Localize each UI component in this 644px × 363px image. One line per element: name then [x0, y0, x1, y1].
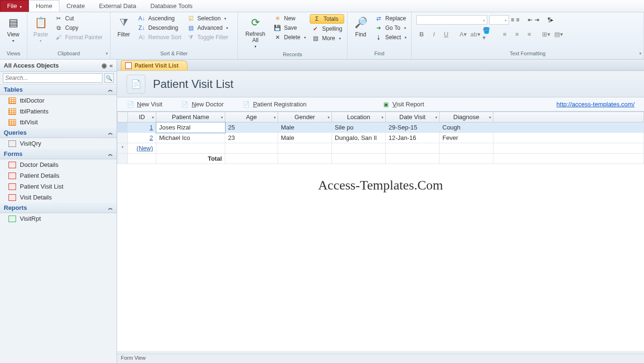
external-data-tab[interactable]: External Data [92, 0, 144, 12]
cell-location[interactable]: Dungalo, San Il [332, 133, 386, 143]
font-size-select[interactable] [489, 15, 509, 25]
col-location[interactable]: Location▾ [332, 112, 386, 122]
descending-button[interactable]: Z↓Descending [136, 24, 183, 32]
col-patient-name[interactable]: Patient Name▾ [156, 112, 225, 122]
nav-group-forms[interactable]: Forms︽ [0, 149, 117, 159]
col-gender[interactable]: Gender▾ [278, 112, 332, 122]
bold-button[interactable]: B [416, 29, 427, 39]
cell-date[interactable]: 12-Jan-16 [386, 133, 440, 143]
new-row[interactable]: * (New) [118, 143, 644, 154]
col-id[interactable]: ID▾ [128, 112, 156, 122]
goto-button[interactable]: ➜Go To [373, 24, 408, 32]
align-right-button[interactable]: ≡ [524, 29, 534, 39]
view-button[interactable]: ▤ View [3, 14, 24, 44]
nav-item-patient-visit-list[interactable]: Patient Visit List [0, 181, 117, 192]
nav-group-tables[interactable]: Tables︽ [0, 85, 117, 95]
cell-date[interactable]: 29-Sep-15 [386, 122, 440, 133]
cell-gender[interactable]: Male [278, 122, 332, 133]
alt-row-color-button[interactable]: ▤▾ [553, 29, 564, 39]
search-go-icon[interactable]: 🔍 [104, 73, 114, 83]
nav-group-queries[interactable]: Queries︽ [0, 128, 117, 138]
chevron-down-icon[interactable]: ▾ [221, 115, 223, 119]
nav-item-patient-details[interactable]: Patient Details [0, 170, 117, 181]
new-visit-button[interactable]: 📄New Visit [127, 101, 162, 108]
cell-gender[interactable]: Male [278, 133, 332, 143]
totals-button[interactable]: ΣTotals [310, 14, 344, 24]
bullets-icon[interactable]: ≡ [511, 17, 514, 23]
row-selector[interactable] [118, 133, 128, 143]
nav-item-visitrpt[interactable]: VisitRpt [0, 213, 117, 224]
find-button[interactable]: 🔎 Find [350, 14, 371, 39]
file-tab[interactable]: File [0, 0, 29, 12]
nav-item-tbldoctor[interactable]: tblDoctor [0, 95, 117, 106]
new-link[interactable]: (New) [128, 143, 156, 154]
increase-indent-icon[interactable]: ⇥ [534, 17, 539, 23]
nav-item-tblpatients[interactable]: tblPatients [0, 106, 117, 117]
cell-location[interactable]: Sile po [332, 122, 386, 133]
row-selector[interactable] [118, 122, 128, 133]
save-button[interactable]: 💾Save [272, 24, 308, 32]
nav-search-input[interactable] [3, 73, 102, 83]
cut-button[interactable]: ✂Cut [53, 14, 104, 23]
refresh-all-button[interactable]: ⟳ Refresh All [241, 14, 270, 50]
nav-group-reports[interactable]: Reports︽ [0, 203, 117, 213]
gridlines-button[interactable]: ⊞▾ [541, 29, 551, 39]
decrease-indent-icon[interactable]: ⇤ [528, 17, 533, 23]
chevron-down-icon[interactable]: ▾ [152, 115, 154, 119]
new-doctor-button[interactable]: 📄New Doctor [181, 101, 224, 108]
doc-tab-patient-visit-list[interactable]: Patient Visit List [121, 60, 187, 70]
text-direction-icon[interactable]: ¶▸ [548, 17, 553, 23]
template-link[interactable]: http://access-templates.com/ [557, 101, 635, 108]
numbering-icon[interactable]: ≡ [516, 17, 519, 23]
dialog-launcher-icon[interactable]: ▾ [106, 51, 108, 56]
cell-age[interactable]: 23 [225, 133, 278, 143]
copy-button[interactable]: ⧉Copy [53, 24, 104, 32]
replace-button[interactable]: ⇄Replace [373, 14, 408, 23]
toggle-filter-button[interactable]: ⧩Toggle Filter [185, 33, 230, 42]
nav-pane-header[interactable]: All Access Objects ◉ « [0, 60, 117, 72]
italic-button[interactable]: I [429, 29, 439, 39]
database-tools-tab[interactable]: Database Tools [143, 0, 199, 12]
nav-item-visit-details[interactable]: Visit Details [0, 192, 117, 203]
nav-item-visitqry[interactable]: VisitQry [0, 138, 117, 149]
more-button[interactable]: ▤More [310, 34, 344, 43]
col-age[interactable]: Age▾ [225, 112, 278, 122]
font-name-select[interactable] [416, 15, 487, 25]
format-painter-button[interactable]: 🖌Format Painter [53, 33, 104, 42]
table-row[interactable]: 2 Michael Ico 23 Male Dungalo, San Il 12… [118, 133, 644, 143]
create-tab[interactable]: Create [59, 0, 92, 12]
cell-name[interactable]: Michael Ico [156, 133, 225, 143]
align-center-button[interactable]: ≡ [512, 29, 522, 39]
chevron-down-icon[interactable]: ▾ [489, 115, 491, 119]
home-tab[interactable]: Home [29, 0, 59, 12]
col-diagnose[interactable]: Diagnose▾ [440, 112, 493, 122]
chevron-down-icon[interactable]: ▾ [274, 115, 276, 119]
chevron-down-icon[interactable]: ▾ [435, 115, 437, 119]
col-date-visit[interactable]: Date Visit▾ [386, 112, 440, 122]
align-left-button[interactable]: ≡ [500, 29, 510, 39]
select-all-header[interactable] [118, 112, 128, 122]
fill-color-button[interactable]: 🪣▾ [483, 29, 493, 39]
table-row[interactable]: 1 Joses Rizal 25 Male Sile po 29-Sep-15 … [118, 122, 644, 133]
cell-diag[interactable]: Cough [440, 122, 493, 133]
highlight-button[interactable]: ab▾ [470, 29, 481, 39]
remove-sort-button[interactable]: A⃠Remove Sort [136, 33, 183, 42]
cell-age[interactable]: 25 [225, 122, 278, 133]
spelling-button[interactable]: ✔Spelling [310, 25, 344, 33]
cell-diag[interactable]: Fever [440, 133, 493, 143]
cell-id[interactable]: 2 [128, 133, 156, 143]
nav-collapse-icon[interactable]: « [110, 62, 113, 69]
nav-item-doctor-details[interactable]: Doctor Details [0, 159, 117, 170]
ascending-button[interactable]: A↓Ascending [136, 14, 183, 23]
selection-button[interactable]: ☑Selection [185, 14, 230, 23]
new-button[interactable]: ✳New [272, 14, 308, 23]
font-color-button[interactable]: A▾ [458, 29, 468, 39]
advanced-button[interactable]: ▤Advanced [185, 24, 230, 32]
nav-dropdown-icon[interactable]: ◉ [102, 62, 107, 69]
chevron-down-icon[interactable]: ▾ [381, 115, 383, 119]
filter-button[interactable]: ⧩ Filter [113, 14, 134, 39]
underline-button[interactable]: U [441, 29, 451, 39]
patient-registration-button[interactable]: 📄Patient Registration [243, 101, 306, 108]
dialog-launcher-icon[interactable]: ▾ [639, 51, 642, 56]
delete-button[interactable]: ✕Delete [272, 33, 308, 42]
